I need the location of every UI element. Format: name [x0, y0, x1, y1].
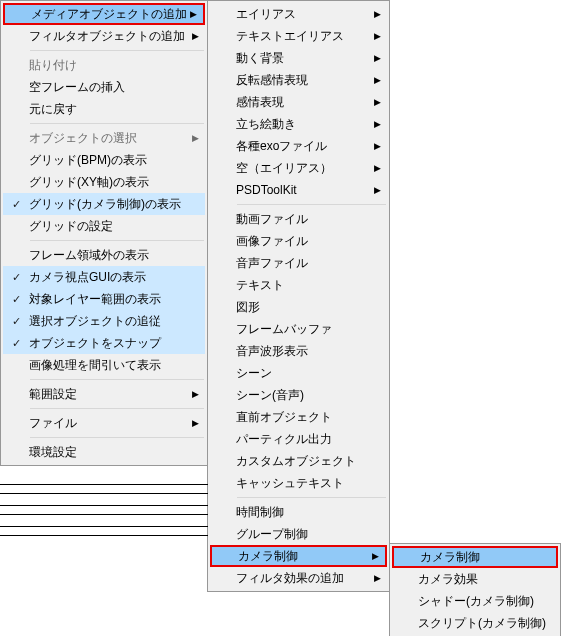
chevron-right-icon: ▶: [374, 163, 381, 173]
menu-item-label: 音声波形表示: [236, 343, 367, 360]
chevron-right-icon: ▶: [192, 31, 199, 41]
menu2-item[interactable]: 直前オブジェクト: [210, 406, 387, 428]
menu2-item[interactable]: エイリアス▶: [210, 3, 387, 25]
menu-item-label: グリッド(BPM)の表示: [29, 152, 185, 169]
menu1-item[interactable]: ✓カメラ視点GUIの表示: [3, 266, 205, 288]
menu-item-label: オブジェクトの選択: [29, 130, 185, 147]
menu1-item[interactable]: 環境設定: [3, 441, 205, 463]
menu-item-label: 各種exoファイル: [236, 138, 367, 155]
chevron-right-icon: ▶: [374, 97, 381, 107]
menu3-item[interactable]: カメラ効果: [392, 568, 558, 590]
menu-item-label: 空（エイリアス）: [236, 160, 367, 177]
menu-item-label: 時間制御: [236, 504, 367, 521]
menu2-item[interactable]: フレームバッファ: [210, 318, 387, 340]
menu2-item[interactable]: 図形: [210, 296, 387, 318]
menu-item-label: 反転感情表現: [236, 72, 367, 89]
menu-separator: [30, 50, 204, 51]
menu2-item[interactable]: グループ制御: [210, 523, 387, 545]
menu1-item[interactable]: フレーム領域外の表示: [3, 244, 205, 266]
menu2-item[interactable]: 各種exoファイル▶: [210, 135, 387, 157]
decorative-lines: [0, 526, 208, 536]
menu-item-label: 貼り付け: [29, 57, 185, 74]
menu1-item[interactable]: フィルタオブジェクトの追加▶: [3, 25, 205, 47]
menu-separator: [30, 379, 204, 380]
chevron-right-icon: ▶: [192, 418, 199, 428]
check-icon: ✓: [3, 315, 29, 328]
menu2-item[interactable]: テキスト: [210, 274, 387, 296]
menu-separator: [30, 123, 204, 124]
check-icon: ✓: [3, 337, 29, 350]
menu2-item[interactable]: PSDToolKit▶: [210, 179, 387, 201]
menu2-item[interactable]: 空（エイリアス）▶: [210, 157, 387, 179]
menu1-item[interactable]: ✓オブジェクトをスナップ: [3, 332, 205, 354]
chevron-right-icon: ▶: [374, 185, 381, 195]
menu-item-label: カメラ効果: [418, 571, 538, 588]
menu2-item[interactable]: フィルタ効果の追加▶: [210, 567, 387, 589]
menu1-item[interactable]: グリッド(XY軸)の表示: [3, 171, 205, 193]
menu2-item[interactable]: 時間制御: [210, 501, 387, 523]
context-menu-1: メディアオブジェクトの追加▶フィルタオブジェクトの追加▶貼り付け空フレームの挿入…: [0, 0, 208, 466]
menu-item-label: ファイル: [29, 415, 185, 432]
menu1-item[interactable]: メディアオブジェクトの追加▶: [3, 3, 205, 25]
menu1-item: 貼り付け: [3, 54, 205, 76]
menu-item-label: グリッドの設定: [29, 218, 185, 235]
menu2-item[interactable]: パーティクル出力: [210, 428, 387, 450]
menu3-item[interactable]: カメラ制御: [392, 546, 558, 568]
chevron-right-icon: ▶: [374, 119, 381, 129]
menu1-item[interactable]: グリッドの設定: [3, 215, 205, 237]
menu1-item[interactable]: 空フレームの挿入: [3, 76, 205, 98]
menu-item-label: カメラ視点GUIの表示: [29, 269, 185, 286]
menu2-item[interactable]: 感情表現▶: [210, 91, 387, 113]
menu-separator: [30, 240, 204, 241]
menu1-item[interactable]: 範囲設定▶: [3, 383, 205, 405]
menu1-item[interactable]: グリッド(BPM)の表示: [3, 149, 205, 171]
menu-item-label: テキストエイリアス: [236, 28, 367, 45]
menu-item-label: 選択オブジェクトの追従: [29, 313, 185, 330]
menu1-item[interactable]: ✓対象レイヤー範囲の表示: [3, 288, 205, 310]
menu-item-label: カメラ制御: [238, 548, 365, 565]
menu2-item[interactable]: 動画ファイル: [210, 208, 387, 230]
menu2-item[interactable]: シーン: [210, 362, 387, 384]
chevron-right-icon: ▶: [190, 9, 197, 19]
menu2-item[interactable]: シーン(音声): [210, 384, 387, 406]
menu-item-label: オブジェクトをスナップ: [29, 335, 185, 352]
menu-item-label: フレームバッファ: [236, 321, 367, 338]
menu1-item[interactable]: 元に戻す: [3, 98, 205, 120]
menu1-item[interactable]: ✓グリッド(カメラ制御)の表示: [3, 193, 205, 215]
menu-item-label: フィルタ効果の追加: [236, 570, 367, 587]
menu-item-label: PSDToolKit: [236, 183, 367, 197]
menu1-item[interactable]: ✓選択オブジェクトの追従: [3, 310, 205, 332]
menu2-item[interactable]: カメラ制御▶: [210, 545, 387, 567]
menu-item-label: 直前オブジェクト: [236, 409, 367, 426]
menu-item-label: 環境設定: [29, 444, 185, 461]
menu-item-label: カメラ制御: [420, 549, 536, 566]
chevron-right-icon: ▶: [192, 389, 199, 399]
menu2-item[interactable]: 反転感情表現▶: [210, 69, 387, 91]
menu2-item[interactable]: 音声ファイル: [210, 252, 387, 274]
menu-separator: [237, 204, 386, 205]
menu2-item[interactable]: カスタムオブジェクト: [210, 450, 387, 472]
check-icon: ✓: [3, 271, 29, 284]
menu3-item[interactable]: シャドー(カメラ制御): [392, 590, 558, 612]
menu2-item[interactable]: 音声波形表示: [210, 340, 387, 362]
menu-item-label: 感情表現: [236, 94, 367, 111]
menu2-item[interactable]: キャッシュテキスト: [210, 472, 387, 494]
menu-item-label: カスタムオブジェクト: [236, 453, 367, 470]
chevron-right-icon: ▶: [374, 31, 381, 41]
menu1-item[interactable]: 画像処理を間引いて表示: [3, 354, 205, 376]
menu-item-label: 動画ファイル: [236, 211, 367, 228]
menu1-item[interactable]: ファイル▶: [3, 412, 205, 434]
menu2-item[interactable]: テキストエイリアス▶: [210, 25, 387, 47]
menu-item-label: グリッド(カメラ制御)の表示: [29, 196, 185, 213]
menu-item-label: 動く背景: [236, 50, 367, 67]
menu-item-label: スクリプト(カメラ制御): [418, 615, 546, 632]
menu-item-label: シーン: [236, 365, 367, 382]
menu2-item[interactable]: 画像ファイル: [210, 230, 387, 252]
menu2-item[interactable]: 立ち絵動き▶: [210, 113, 387, 135]
menu1-item: オブジェクトの選択▶: [3, 127, 205, 149]
menu3-item[interactable]: スクリプト(カメラ制御): [392, 612, 558, 634]
check-icon: ✓: [3, 198, 29, 211]
chevron-right-icon: ▶: [374, 75, 381, 85]
menu2-item[interactable]: 動く背景▶: [210, 47, 387, 69]
menu-item-label: 範囲設定: [29, 386, 185, 403]
